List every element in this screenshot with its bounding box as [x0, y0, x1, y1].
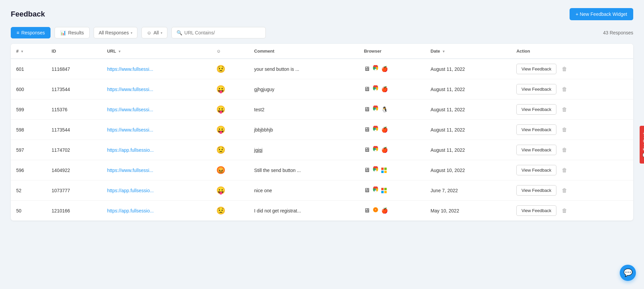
url-link[interactable]: https://www.fullsessi...: [107, 107, 153, 112]
sort-arrow-date: ▼: [442, 50, 445, 53]
desktop-icon: 🖥: [364, 167, 370, 174]
view-feedback-button[interactable]: View Feedback: [516, 104, 556, 115]
cell-url[interactable]: https://app.fullsessio...: [102, 180, 211, 201]
desktop-icon: 🖥: [364, 146, 370, 153]
delete-button[interactable]: 🗑: [559, 85, 570, 94]
url-link[interactable]: https://www.fullsessi...: [107, 66, 153, 72]
view-feedback-button[interactable]: View Feedback: [516, 64, 556, 74]
os-icon: 🍎: [381, 146, 388, 153]
url-link[interactable]: https://app.fullsessio...: [107, 208, 154, 213]
col-action: Action: [511, 44, 633, 59]
col-num[interactable]: # ▼: [11, 44, 46, 59]
cell-comment: jbbjbbhjb: [249, 120, 359, 140]
sort-arrow-num: ▼: [21, 50, 24, 53]
view-feedback-button[interactable]: View Feedback: [516, 84, 556, 94]
delete-button[interactable]: 🗑: [559, 206, 570, 215]
cell-num: 50: [11, 201, 46, 221]
col-date[interactable]: Date ▼: [425, 44, 511, 59]
cell-url[interactable]: https://www.fullsessi...: [102, 120, 211, 140]
cell-date: August 11, 2022: [425, 59, 511, 79]
browser-icon: [373, 146, 379, 154]
delete-button[interactable]: 🗑: [559, 186, 570, 195]
url-link[interactable]: https://www.fullsessi...: [107, 168, 153, 173]
svg-rect-12: [381, 168, 384, 170]
cell-comment: gjhgjuguy: [249, 79, 359, 99]
feedback-tab-comment-icon: 💬: [642, 152, 644, 157]
delete-button[interactable]: 🗑: [559, 105, 570, 114]
tab-responses[interactable]: ≡ Responses: [11, 27, 51, 38]
feedback-table: # ▼ ID URL ▼ ☺ Comment: [11, 44, 633, 221]
cell-num: 596: [11, 160, 46, 180]
url-search-input[interactable]: [184, 30, 261, 35]
table-row: 52 1073777 https://app.fullsessio... 😛 n…: [11, 180, 633, 201]
url-link[interactable]: https://app.fullsessio...: [107, 188, 154, 193]
sort-arrow-url: ▼: [118, 50, 121, 53]
chat-bubble-icon: 💬: [623, 268, 633, 277]
results-icon: 📊: [60, 30, 66, 35]
cell-sentiment: 😟: [211, 140, 249, 160]
table-row: 50 1210166 https://app.fullsessio... 😟 I…: [11, 201, 633, 221]
view-feedback-button[interactable]: View Feedback: [516, 205, 556, 216]
delete-button[interactable]: 🗑: [559, 65, 570, 74]
cell-url[interactable]: https://www.fullsessi...: [102, 160, 211, 180]
cell-browser: 🖥 🍎: [358, 59, 425, 79]
desktop-icon: 🖥: [364, 86, 370, 93]
svg-rect-18: [381, 188, 384, 190]
cell-date: August 11, 2022: [425, 120, 511, 140]
chevron-down-icon: ▾: [131, 31, 132, 35]
cell-id: 115376: [46, 99, 102, 120]
svg-rect-15: [384, 171, 387, 173]
svg-rect-19: [384, 188, 387, 190]
view-feedback-button[interactable]: View Feedback: [516, 124, 556, 135]
chat-bubble-button[interactable]: 💬: [620, 265, 636, 281]
cell-url[interactable]: https://www.fullsessi...: [102, 79, 211, 99]
cell-comment: Still the send button ...: [249, 160, 359, 180]
cell-num: 52: [11, 180, 46, 201]
browser-icon: [373, 106, 379, 113]
cell-date: June 7, 2022: [425, 180, 511, 201]
cell-url[interactable]: https://www.fullsessi...: [102, 59, 211, 79]
cell-url[interactable]: https://app.fullsessio...: [102, 201, 211, 221]
cell-id: 1404922: [46, 160, 102, 180]
all-filter[interactable]: ☺ All ▾: [141, 27, 167, 38]
url-search-container: 🔍: [171, 27, 266, 38]
tab-results[interactable]: 📊 Results: [55, 27, 90, 38]
feedback-side-tab[interactable]: 💬 Feedback: [640, 125, 644, 163]
cell-comment: I did not get registrat...: [249, 201, 359, 221]
delete-button[interactable]: 🗑: [559, 166, 570, 175]
cell-id: 1116847: [46, 59, 102, 79]
col-url[interactable]: URL ▼: [102, 44, 211, 59]
view-feedback-button[interactable]: View Feedback: [516, 165, 556, 175]
cell-num: 601: [11, 59, 46, 79]
cell-comment: jgjgj: [249, 140, 359, 160]
os-icon: [381, 187, 387, 194]
cell-num: 600: [11, 79, 46, 99]
svg-point-24: [375, 209, 377, 211]
table-row: 599 115376 https://www.fullsessi... 😛 te…: [11, 99, 633, 120]
response-count: 43 Responses: [603, 30, 633, 35]
svg-rect-20: [381, 191, 384, 193]
url-link[interactable]: https://app.fullsessio...: [107, 147, 154, 153]
cell-url[interactable]: https://app.fullsessio...: [102, 140, 211, 160]
cell-comment: your send button is ...: [249, 59, 359, 79]
cell-sentiment: 😟: [211, 59, 249, 79]
delete-button[interactable]: 🗑: [559, 125, 570, 134]
view-feedback-button[interactable]: View Feedback: [516, 185, 556, 196]
os-icon: 🍎: [381, 86, 388, 93]
new-feedback-button[interactable]: + New Feedback Widget: [570, 8, 633, 20]
smiley-header-icon: ☺: [216, 49, 221, 54]
table-row: 596 1404922 https://www.fullsessi... 😡 S…: [11, 160, 633, 180]
all-responses-filter[interactable]: All Responses ▾: [94, 27, 138, 38]
cell-browser: 🖥 🍎: [358, 79, 425, 99]
cell-action: View Feedback 🗑: [511, 79, 633, 99]
cell-browser: 🖥 🍎: [358, 201, 425, 221]
view-feedback-button[interactable]: View Feedback: [516, 145, 556, 155]
delete-button[interactable]: 🗑: [559, 146, 570, 154]
url-link[interactable]: https://www.fullsessi...: [107, 127, 153, 133]
cell-sentiment: 😛: [211, 120, 249, 140]
cell-comment: nice one: [249, 180, 359, 201]
url-link[interactable]: https://www.fullsessi...: [107, 87, 153, 92]
cell-url[interactable]: https://www.fullsessi...: [102, 99, 211, 120]
toolbar: ≡ Responses 📊 Results All Responses ▾ ☺ …: [11, 27, 633, 38]
search-icon: 🔍: [176, 30, 182, 35]
